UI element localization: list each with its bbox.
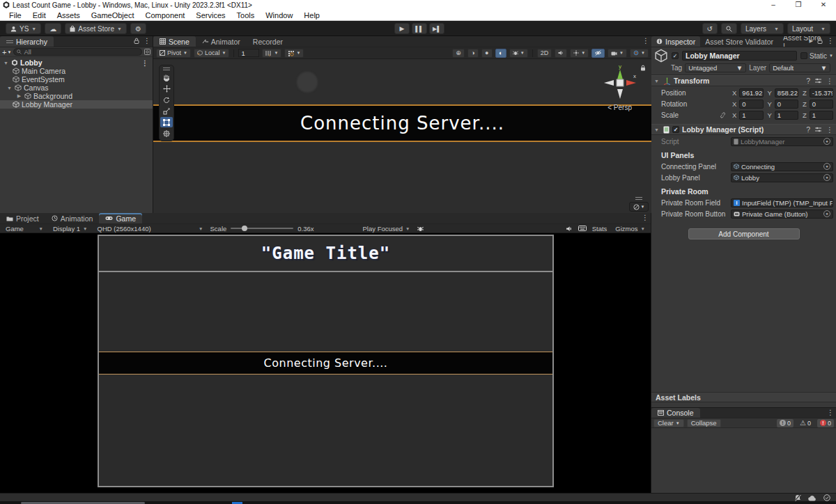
tab-hierarchy[interactable]: Hierarchy — [0, 36, 54, 47]
menu-gameobject[interactable]: GameObject — [86, 10, 139, 20]
menu-window[interactable]: Window — [261, 10, 297, 20]
minimize-button[interactable]: – — [761, 0, 786, 10]
menu-services[interactable]: Services — [191, 10, 230, 20]
tab-recorder[interactable]: Recorder — [247, 36, 289, 47]
hierarchy-item-eventsystem[interactable]: EventSystem — [0, 75, 153, 84]
undo-history-button[interactable]: ↺ — [702, 23, 718, 34]
shading-mode-button[interactable]: ⊕ — [452, 49, 465, 58]
asset-labels-bar[interactable]: Asset Labels — [651, 392, 836, 402]
gizmos-dropdown[interactable]: ▼ — [630, 49, 649, 58]
scene-panel-menu-button[interactable]: ⋮ — [642, 37, 649, 45]
rotation-x-field[interactable]: 0 — [739, 100, 763, 109]
info-count-badge[interactable]: ! 0 — [777, 419, 794, 427]
display-dropdown[interactable]: Display 1▼ — [50, 224, 91, 233]
lock-icon[interactable] — [134, 38, 139, 44]
console-menu-button[interactable]: ⋮ — [827, 409, 834, 416]
hierarchy-scene-row[interactable]: ▼ Lobby ⋮ — [0, 58, 153, 67]
help-icon[interactable]: ? — [806, 77, 810, 85]
constrain-proportions-icon[interactable] — [720, 112, 728, 118]
grid-snap-dropdown[interactable]: y ▼ — [262, 49, 281, 58]
script-menu-button[interactable]: ⋮ — [826, 126, 833, 134]
warning-count-badge[interactable]: ⚠ 0 — [797, 419, 814, 427]
tab-project[interactable]: Project — [0, 213, 45, 223]
scene-viewport[interactable]: Connecting Server.... y x < Persp ▼ — [153, 59, 651, 213]
transform-menu-button[interactable]: ⋮ — [826, 77, 833, 85]
scene-menu-button[interactable]: ⋮ — [141, 59, 148, 67]
pivot-dropdown[interactable]: Pivot▼ — [156, 49, 191, 58]
game-panel-menu-button[interactable]: ⋮ — [642, 214, 649, 221]
position-y-field[interactable]: 858.2228 — [775, 88, 798, 97]
game-viewport[interactable]: "Game Title" Connecting Server.... — [0, 233, 651, 493]
search-by-type-icon[interactable] — [144, 49, 150, 55]
hierarchy-menu-button[interactable]: ⋮ — [144, 37, 150, 45]
script-enabled-checkbox[interactable]: ✓ — [672, 126, 679, 133]
lock-icon[interactable] — [817, 38, 823, 44]
error-count-badge[interactable]: ! 0 — [817, 419, 834, 427]
rect-tool[interactable] — [160, 117, 173, 127]
tab-scroll-right-icon[interactable]: ▶ — [810, 38, 813, 44]
scene-visibility-toggle[interactable] — [591, 49, 605, 58]
scale-slider[interactable]: Scale 0.36x — [210, 225, 314, 233]
hierarchy-item-lobby-manager[interactable]: Lobby Manager — [0, 100, 153, 109]
2d-toggle[interactable]: 2D — [537, 49, 552, 58]
add-component-button[interactable]: Add Component — [688, 228, 800, 239]
object-picker-icon[interactable]: ● — [823, 163, 830, 170]
play-focused-dropdown[interactable]: Play Focused▼ — [360, 224, 413, 233]
foldout-icon[interactable]: ▶ — [16, 93, 22, 99]
tab-animation[interactable]: Animation — [45, 213, 100, 223]
scene-audio-toggle[interactable] — [555, 49, 567, 58]
menu-file[interactable]: File — [4, 10, 26, 20]
move-tool[interactable] — [160, 84, 173, 94]
lobby-panel-field[interactable]: Lobby ● — [731, 173, 833, 182]
notifications-muted-icon[interactable] — [794, 494, 801, 501]
lighting-toggle[interactable]: ◐ — [495, 49, 506, 58]
private-room-button-field[interactable]: Private Game (Button) ● — [731, 210, 833, 219]
presets-icon[interactable] — [815, 127, 821, 132]
vsync-keyboard-button[interactable] — [578, 226, 587, 231]
object-picker-icon[interactable]: ● — [823, 210, 830, 217]
transform-header[interactable]: ▼ Transform ? ⋮ — [651, 75, 836, 86]
foldout-icon[interactable]: ▼ — [654, 127, 660, 132]
script-component-header[interactable]: ▼ ✓ Lobby Manager (Script) ? ⋮ — [651, 124, 836, 135]
overlay-drag-handle[interactable] — [635, 197, 642, 200]
connecting-panel-field[interactable]: Connecting ● — [731, 162, 833, 171]
tab-animator[interactable]: Animator — [196, 36, 247, 47]
scale-y-field[interactable]: 1 — [775, 111, 798, 120]
hierarchy-search-input[interactable]: All — [13, 48, 142, 56]
collapse-button[interactable]: Collapse — [687, 419, 721, 427]
play-button[interactable]: ▶ — [394, 23, 410, 34]
snap-increment-dropdown[interactable]: ▼ — [284, 49, 304, 58]
hierarchy-item-main-camera[interactable]: Main Camera — [0, 67, 153, 75]
hierarchy-item-background[interactable]: ▶ Background — [0, 92, 153, 100]
tag-dropdown[interactable]: Untagged▼ — [685, 63, 746, 72]
rotation-z-field[interactable]: 0 — [810, 100, 833, 109]
search-button[interactable] — [721, 23, 737, 34]
close-button[interactable]: ✕ — [811, 0, 836, 10]
tab-console[interactable]: Console — [651, 408, 700, 418]
stats-button[interactable]: Stats — [592, 225, 607, 233]
hand-tool[interactable] — [160, 72, 173, 83]
layers-dropdown[interactable]: Layers▼ — [741, 23, 784, 34]
wireframe-mode-button[interactable]: ◑ — [467, 49, 479, 58]
effects-dropdown[interactable]: ▼ — [570, 49, 589, 58]
tab-scene[interactable]: Scene — [153, 36, 196, 47]
debug-draw-dropdown[interactable]: ▼ — [509, 49, 528, 58]
rotate-tool[interactable] — [160, 95, 173, 105]
layout-dropdown[interactable]: Layout▼ — [787, 23, 830, 34]
scale-x-field[interactable]: 1 — [739, 111, 763, 120]
private-room-input-field[interactable]: I InputField (TMP) (TMP_Input Fie ● — [731, 198, 833, 207]
overlay-camera-button[interactable]: ▼ — [629, 202, 649, 212]
foldout-icon[interactable]: ▼ — [6, 86, 13, 90]
static-dropdown-icon[interactable]: ▼ — [829, 54, 833, 58]
account-button[interactable]: YS▼ — [6, 23, 41, 34]
layer-dropdown[interactable]: Default▼ — [769, 63, 830, 72]
object-picker-icon[interactable]: ● — [823, 138, 830, 145]
gizmo-lock-icon[interactable] — [640, 65, 646, 71]
menu-edit[interactable]: Edit — [28, 10, 51, 20]
object-picker-icon[interactable]: ● — [823, 174, 830, 181]
unlit-mode-button[interactable]: ● — [481, 49, 493, 58]
active-checkbox[interactable]: ✓ — [672, 52, 679, 59]
gameobject-name-field[interactable] — [682, 51, 797, 61]
menu-assets[interactable]: Assets — [52, 10, 85, 20]
tab-game[interactable]: Game — [99, 213, 142, 223]
